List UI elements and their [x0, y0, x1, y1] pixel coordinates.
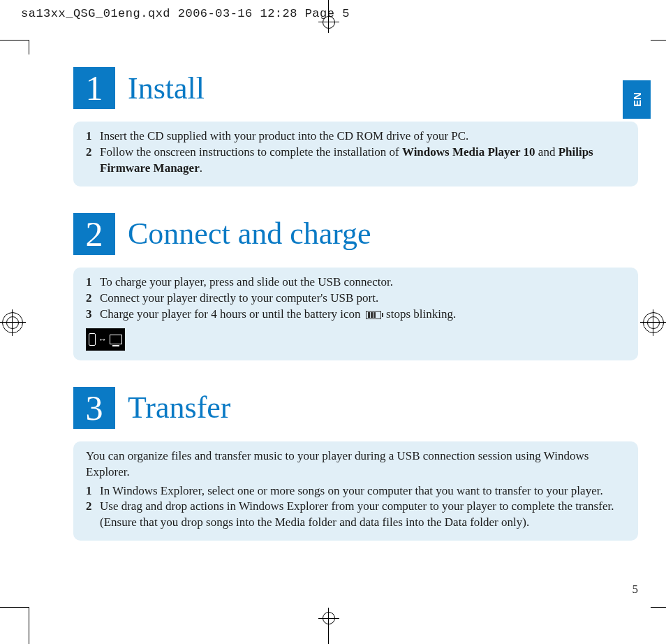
- section-title: Install: [128, 71, 205, 106]
- connect-content: 1 To charge your player, press and slide…: [73, 268, 638, 360]
- step-text: Connect your player directly to your com…: [100, 291, 626, 307]
- section-install-header: 1 Install: [73, 67, 651, 109]
- transfer-intro: You can organize files and transfer musi…: [86, 448, 626, 481]
- section-number-box: 2: [73, 213, 115, 255]
- section-number-box: 1: [73, 67, 115, 109]
- install-content: 1 Insert the CD supplied with your produ…: [73, 122, 638, 186]
- device-connection-icon: ↔: [86, 328, 125, 351]
- step-text: Use drag and drop actions in Windows Exp…: [100, 499, 626, 531]
- step-number: 1: [86, 129, 100, 145]
- battery-icon: [366, 311, 381, 319]
- section-transfer-header: 3 Transfer: [73, 387, 651, 429]
- page-content: EN 1 Install 1 Insert the CD supplied wi…: [29, 41, 651, 606]
- step-text: In Windows Explorer, select one or more …: [100, 483, 626, 499]
- section-connect-header: 2 Connect and charge: [73, 213, 651, 255]
- section-number-box: 3: [73, 387, 115, 429]
- language-tab-label: EN: [631, 92, 643, 107]
- registration-mark-bottom: [323, 603, 335, 644]
- step-number: 1: [86, 483, 100, 499]
- section-title: Connect and charge: [128, 216, 371, 251]
- step-number: 2: [86, 145, 100, 177]
- step-number: 1: [86, 275, 100, 291]
- section-title: Transfer: [128, 390, 230, 425]
- step-text: To charge your player, press and slide o…: [100, 275, 626, 291]
- step-number: 2: [86, 291, 100, 307]
- step-text: Charge your player for 4 hours or until …: [100, 307, 626, 323]
- registration-mark-top: [323, 0, 335, 32]
- transfer-content: You can organize files and transfer musi…: [73, 441, 638, 541]
- step-text: Follow the onscreen instructions to comp…: [100, 145, 626, 177]
- step-number: 2: [86, 499, 100, 531]
- step-number: 3: [86, 307, 100, 323]
- language-tab: EN: [623, 80, 651, 119]
- registration-mark-left: [0, 309, 26, 336]
- page-number: 5: [632, 583, 639, 597]
- step-text: Insert the CD supplied with your product…: [100, 129, 626, 145]
